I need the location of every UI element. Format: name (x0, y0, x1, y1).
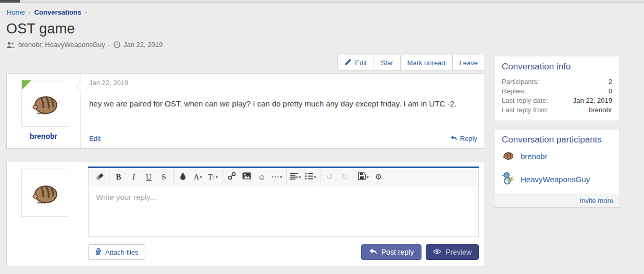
message-card: brenobr Jan 22, 2019 hey we are paired f… (6, 73, 485, 149)
composer-avatar-column (7, 162, 80, 266)
image-icon (242, 172, 251, 182)
pencil-icon (344, 58, 352, 67)
undo-button[interactable]: ↺ (322, 168, 337, 186)
info-row-last-reply-from: Last reply from: brenobr (502, 105, 612, 115)
paperclip-icon (95, 247, 102, 257)
edit-button-label: Edit (355, 59, 366, 67)
chevron-down-icon: ▾ (314, 175, 316, 180)
current-user-avatar[interactable] (21, 169, 68, 217)
post-reply-button[interactable]: Post reply (361, 244, 422, 260)
message-author-name[interactable]: brenobr (7, 132, 80, 140)
toolbar-group-misc: ▾ ⚙ (354, 168, 388, 186)
totodile-mini-avatar[interactable] (502, 171, 514, 187)
invite-more-link[interactable]: Invite more (580, 197, 613, 205)
drafts-button[interactable]: ▾ (356, 168, 371, 186)
participant-row: brenobr (502, 149, 612, 163)
swinub-mini-avatar[interactable] (502, 150, 514, 162)
align-left-icon (290, 172, 298, 182)
edit-conversation-button[interactable]: Edit (337, 55, 374, 70)
participant-link-heavyweaponsguy[interactable]: HeavyWeaponsGuy (521, 175, 590, 184)
strikethrough-button[interactable]: S (156, 168, 171, 186)
eye-icon (433, 248, 441, 256)
reply-link-label: Reply (460, 135, 477, 142)
swinub-avatar-image (29, 91, 61, 116)
leave-button-label: Leave (460, 59, 478, 67)
paragraph-align-button[interactable]: ▾ (288, 168, 303, 186)
page-title: OST game (6, 21, 75, 37)
info-value: 2 (609, 77, 612, 87)
font-family-button[interactable]: A ▾ (190, 168, 205, 186)
font-size-icon: T (208, 173, 213, 182)
composer-footer: Attach files Post reply Previe (88, 244, 479, 260)
attach-files-button[interactable]: Attach files (88, 244, 145, 260)
participant-link-brenobr[interactable]: brenobr (521, 152, 548, 161)
mark-unread-label: Mark unread (407, 59, 445, 67)
text-color-button[interactable] (175, 168, 190, 186)
reply-composer-card: B I U S A ▾ (6, 162, 485, 266)
ellipsis-icon: ··· (271, 173, 279, 181)
bold-button[interactable]: B (111, 168, 126, 186)
info-value: Jan 22, 2019 (573, 96, 612, 105)
last-reply-from-link[interactable]: brenobr (589, 105, 612, 115)
gear-icon: ⚙ (375, 172, 382, 182)
reply-arrow-icon (450, 135, 457, 142)
more-options-button[interactable]: ··· ▾ (269, 168, 284, 186)
emoticons-button[interactable]: ☺ (254, 168, 269, 186)
participant-row: HeavyWeaponsGuy (502, 172, 612, 186)
breadcrumb-conversations-link[interactable]: Conversations (34, 8, 81, 16)
redo-icon: ↻ (341, 172, 348, 182)
list-format-button[interactable]: ▾ (303, 168, 318, 186)
preview-button[interactable]: Preview (426, 244, 479, 260)
underline-button[interactable]: U (141, 168, 156, 186)
unread-flag-icon (22, 80, 31, 90)
message-author-column: brenobr (7, 74, 80, 148)
bullet-list-icon (305, 172, 313, 182)
reply-text-input[interactable] (88, 186, 479, 237)
message-reply-link[interactable]: Reply (450, 135, 477, 142)
message-date[interactable]: Jan 22, 2019 (89, 79, 477, 91)
chevron-down-icon: ▾ (280, 175, 282, 180)
info-value: 0 (609, 87, 612, 96)
updown-arrow-icon: ↕ (213, 174, 215, 180)
toolbar-group-font: A ▾ T ↕ ▾ (174, 168, 222, 186)
italic-button[interactable]: I (126, 168, 141, 186)
participants-box-title: Conversation participants (502, 135, 612, 145)
attach-files-label: Attach files (105, 248, 139, 256)
conversation-participants-box: Conversation participants brenobr (494, 129, 620, 208)
message-content: Jan 22, 2019 hey we are paired for OST, … (80, 74, 485, 148)
rich-text-editor: B I U S A ▾ (88, 166, 479, 237)
participants-summary[interactable]: brenobr, HeavyWeaponsGuy (18, 41, 105, 49)
remove-format-button[interactable] (92, 168, 107, 186)
star-conversation-button[interactable]: Star (374, 55, 401, 70)
font-size-button[interactable]: T ↕ ▾ (205, 168, 220, 186)
breadcrumb-separator-icon: › (29, 9, 31, 16)
insert-link-button[interactable] (224, 168, 239, 186)
insert-image-button[interactable] (239, 168, 254, 186)
toolbar-group-history: ↺ ↻ (320, 168, 354, 186)
conversation-info-box: Conversation info Participants: 2 Replie… (494, 56, 620, 121)
toolbar-group-paragraph: ▾ ▾ (287, 168, 320, 186)
chevron-down-icon: ▾ (299, 175, 301, 180)
clock-icon (114, 41, 120, 48)
info-row-last-reply-date: Last reply date: Jan 22, 2019 (502, 96, 612, 105)
breadcrumb-separator-icon: › (85, 9, 87, 16)
info-label: Participants: (502, 77, 539, 87)
reply-arrow-icon (369, 248, 377, 256)
author-avatar[interactable] (21, 80, 68, 127)
message-edit-link[interactable]: Edit (89, 135, 101, 142)
redo-button[interactable]: ↻ (337, 168, 352, 186)
star-button-label: Star (381, 59, 393, 67)
smiley-icon: ☺ (258, 173, 266, 182)
info-label: Last reply date: (502, 96, 548, 105)
breadcrumb-home-link[interactable]: Home (7, 8, 25, 16)
editor-settings-button[interactable]: ⚙ (371, 168, 386, 186)
leave-conversation-button[interactable]: Leave (452, 55, 485, 70)
mark-unread-button[interactable]: Mark unread (400, 55, 453, 70)
preview-label: Preview (445, 248, 472, 256)
chevron-down-icon: ▾ (200, 175, 202, 180)
undo-icon: ↺ (326, 172, 333, 182)
strikethrough-icon: S (162, 173, 166, 182)
bold-icon: B (116, 173, 121, 182)
info-label: Replies: (502, 87, 526, 96)
post-reply-label: Post reply (381, 248, 414, 256)
